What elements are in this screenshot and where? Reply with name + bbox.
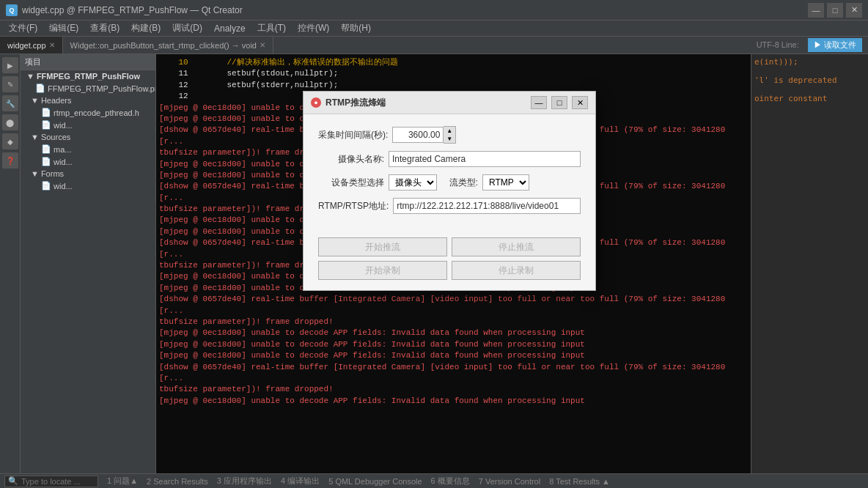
file-label: FFMPEG_RTMP_PushFlow.pro xyxy=(48,84,156,93)
tree-item-wid1[interactable]: 📄 wid... xyxy=(21,119,155,131)
menu-file[interactable]: 文件(F) xyxy=(3,21,43,36)
stop-record-button[interactable]: 停止录制 xyxy=(452,261,581,280)
folder-label: Forms xyxy=(41,169,64,178)
file-icon: 📄 xyxy=(41,144,51,154)
tree-arrow-icon: ▼ xyxy=(31,169,39,178)
right-text-2: 'l' is deprecated xyxy=(754,75,865,85)
spin-down-button[interactable]: ▼ xyxy=(444,135,455,143)
terminal-line: 10 //解决标准输出，标准错误的数据不输出的问题 xyxy=(159,57,748,68)
maximize-button[interactable]: □ xyxy=(827,3,843,18)
dialog-maximize-button[interactable]: □ xyxy=(551,96,567,109)
start-push-button[interactable]: 开始推流 xyxy=(318,237,447,256)
main-layout: ▶ ✎ 🔧 ⬤ ◆ ❓ 项目 ▼ FFMPEG_RTMP_PushFlow 📄 … xyxy=(0,54,868,473)
sample-interval-spinbox: ▲ ▼ xyxy=(392,126,456,144)
tab-close-icon[interactable]: ✕ xyxy=(49,41,55,49)
device-type-label: 设备类型选择 xyxy=(318,177,384,189)
tree-item-wid2[interactable]: 📄 wid... xyxy=(21,155,155,168)
status-qml-debugger[interactable]: 5 QML Debugger Console xyxy=(328,477,422,486)
file-label: ma... xyxy=(54,145,71,154)
encoding-label: UTF-8 Line: xyxy=(757,40,799,49)
tree-item-pro[interactable]: 📄 FFMPEG_RTMP_PushFlow.pro xyxy=(21,82,155,95)
terminal-line: 12 setbuf(stderr,nullptr); xyxy=(159,80,748,91)
menu-debug[interactable]: 调试(D) xyxy=(166,21,208,36)
file-label: wid... xyxy=(54,158,73,166)
dialog-close-button[interactable]: ✕ xyxy=(572,96,588,109)
tree-item-wid3[interactable]: 📄 wid... xyxy=(21,180,155,192)
tree-item-forms[interactable]: ▼ Forms xyxy=(21,168,155,180)
search-box[interactable]: 🔍 xyxy=(4,476,98,487)
search-input[interactable] xyxy=(21,477,95,486)
status-bar: 🔍 1 问题▲ 2 Search Results 3 应用程序输出 4 编译输出… xyxy=(0,473,868,488)
menu-controls[interactable]: 控件(W) xyxy=(292,21,335,36)
menu-help[interactable]: 帮助(H) xyxy=(335,21,377,36)
folder-label: Sources xyxy=(41,133,70,141)
tree-arrow-icon: ▼ xyxy=(31,96,39,105)
right-text-1: e(int))); xyxy=(754,57,865,67)
tree-item-rtmp-h[interactable]: 📄 rtmp_encode_pthread.h xyxy=(21,106,155,119)
file-label: wid... xyxy=(54,182,73,191)
read-file-button[interactable]: ▶ 读取文件 xyxy=(808,38,862,52)
window-controls: — □ ✕ xyxy=(808,3,862,18)
menu-build[interactable]: 构建(B) xyxy=(125,21,166,36)
menu-edit[interactable]: 编辑(E) xyxy=(43,21,84,36)
tree-header: 项目 xyxy=(21,54,155,70)
tree-item-sources[interactable]: ▼ Sources xyxy=(21,131,155,143)
dialog-minimize-button[interactable]: — xyxy=(531,96,547,109)
sidebar-help-icon[interactable]: ❓ xyxy=(2,152,18,169)
tree-item-project[interactable]: ▼ FFMPEG_RTMP_PushFlow xyxy=(21,70,155,82)
sidebar-run-icon[interactable]: ▶ xyxy=(2,57,18,73)
stream-type-select[interactable]: RTMP RTSP xyxy=(482,174,529,191)
dialog-title-bar: ● RTMP推流烽端 — □ ✕ xyxy=(304,92,595,114)
title-text: widget.cpp @ FFMPEG_RTMP_PushFlow — Qt C… xyxy=(22,5,808,15)
tab-label: Widget::on_pushButton_start_rtmp_clicked… xyxy=(70,41,257,50)
minimize-button[interactable]: — xyxy=(808,3,824,18)
tree-item-ma[interactable]: 📄 ma... xyxy=(21,143,155,155)
terminal-line: [mjpeg @ 0ec18d00] unable to decode APP … xyxy=(159,328,748,339)
menu-view[interactable]: 查看(B) xyxy=(84,21,125,36)
sidebar-debug-icon[interactable]: ⬤ xyxy=(2,114,18,130)
camera-name-input[interactable] xyxy=(389,151,581,167)
rtmp-url-input[interactable] xyxy=(393,198,581,214)
tab-close-icon[interactable]: ✕ xyxy=(260,41,265,49)
editor-area: 10 //解决标准输出，标准错误的数据不输出的问题 11 setbuf(stdo… xyxy=(156,54,751,473)
tab-widget-cpp[interactable]: widget.cpp ✕ xyxy=(0,37,63,53)
close-button[interactable]: ✕ xyxy=(846,3,862,18)
stop-push-button[interactable]: 停止推流 xyxy=(452,237,581,256)
file-label: wid... xyxy=(54,121,73,130)
status-general-info[interactable]: 6 概要信息 xyxy=(431,476,470,487)
sidebar-edit-icon[interactable]: ✎ xyxy=(2,76,18,92)
dialog-app-icon: ● xyxy=(311,97,321,108)
tree-arrow-icon: ▼ xyxy=(31,133,39,141)
status-compile-output[interactable]: 4 编译输出 xyxy=(281,476,320,487)
spin-up-button[interactable]: ▲ xyxy=(444,127,455,135)
start-record-button[interactable]: 开始录制 xyxy=(318,261,447,280)
file-label: rtmp_encode_pthread.h xyxy=(54,108,139,117)
spinbox-buttons: ▲ ▼ xyxy=(444,126,456,144)
status-search-results[interactable]: 2 Search Results xyxy=(147,477,208,486)
status-version-control[interactable]: 7 Version Control xyxy=(479,477,540,486)
sidebar-project-icon[interactable]: ◆ xyxy=(2,133,18,149)
tabs-bar: widget.cpp ✕ Widget::on_pushButton_start… xyxy=(0,37,868,54)
menu-bar: 文件(F) 编辑(E) 查看(B) 构建(B) 调试(D) Analyze 工具… xyxy=(0,21,868,37)
dialog-buttons: 开始推流 停止推流 开始录制 停止录制 xyxy=(304,233,595,290)
menu-tools[interactable]: 工具(T) xyxy=(251,21,292,36)
menu-analyze[interactable]: Analyze xyxy=(208,22,251,35)
dialog-body: 采集时间间隔(秒): ▲ ▼ 摄像头名称: xyxy=(304,114,595,233)
rtmp-dialog: ● RTMP推流烽端 — □ ✕ 采集时间间隔(秒): ▲ xyxy=(303,91,596,291)
tab-function[interactable]: Widget::on_pushButton_start_rtmp_clicked… xyxy=(63,37,273,53)
device-type-select[interactable]: 摄像头 屏幕 xyxy=(389,174,437,191)
sidebar-build-icon[interactable]: 🔧 xyxy=(2,95,18,111)
sidebar-icons: ▶ ✎ 🔧 ⬤ ◆ ❓ xyxy=(0,54,21,473)
dialog-title-text: RTMP推流烽端 xyxy=(326,97,526,109)
file-icon: 📄 xyxy=(41,181,51,191)
status-app-output[interactable]: 3 应用程序输出 xyxy=(217,476,272,487)
status-test-results[interactable]: 8 Test Results ▲ xyxy=(549,477,610,486)
terminal-line: [dshow @ 0657de40] real-time buffer [Int… xyxy=(159,362,748,385)
stream-type-label: 流类型: xyxy=(441,177,478,189)
camera-name-row: 摄像头名称: xyxy=(318,151,581,167)
rtmp-url-label: RTMP/RTSP地址: xyxy=(318,200,389,212)
status-problems[interactable]: 1 问题▲ xyxy=(107,476,138,487)
sample-interval-input[interactable] xyxy=(392,127,444,143)
terminal-line: tbufsize parameter])! frame dropped! xyxy=(159,384,748,395)
tree-item-headers[interactable]: ▼ Headers xyxy=(21,95,155,106)
